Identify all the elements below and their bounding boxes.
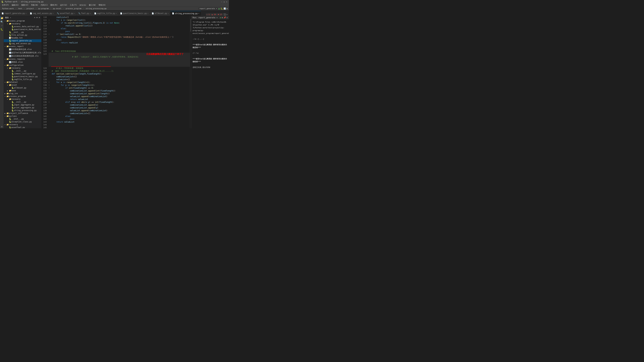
line-content[interactable]: return valueList: [51, 98, 190, 101]
tab-close-string-processing[interactable]: ✕: [198, 12, 199, 14]
sidebar-item-proc-init[interactable]: 🐍 __init__.py: [4, 100, 41, 103]
activity-settings-icon[interactable]: ⚙: [0, 125, 4, 128]
tab-close-tool[interactable]: ✕: [90, 12, 91, 14]
sidebar-item-feel-table[interactable]: 📊 使完feel信儿爽系统测评总表.xls: [4, 51, 41, 54]
tab-close-sagfile[interactable]: ✕: [116, 12, 117, 14]
sidebar-item-input-aggregate[interactable]: 🐍 input_aggregate.py: [4, 103, 41, 106]
sidebar-item-string-processing-file[interactable]: 🐍 string_processing.py: [4, 109, 41, 112]
toolbar-item-string-processing[interactable]: string_processing.py: [85, 7, 108, 10]
line-content[interactable]: raise RequestExit('请检查\'调查表.xlsx\'中资产的型号…: [51, 36, 190, 38]
line-content[interactable]: for i in range(len(list)):: [51, 19, 190, 21]
line-content[interactable]: # 返回：符合区间的坐标列表（列表嵌套的：[[0,1],[0,2]......]…: [51, 70, 190, 72]
line-content[interactable]: [51, 47, 190, 50]
sidebar-item-configuration[interactable]: ▾ 📁 configuration: [4, 64, 41, 67]
sidebar-item-readme[interactable]: 📝 Readme.txt: [4, 36, 41, 39]
menu-vcs[interactable]: VCS(S): [78, 4, 88, 6]
sidebar-item-sagfile-title[interactable]: 🐍 sagfile_title.py: [4, 78, 41, 81]
sidebar-item-recovery-2[interactable]: ▾ 📁 recovery: [4, 67, 41, 69]
line-content[interactable]: combinationList.append(int(fixedlength)): [51, 89, 190, 92]
menu-tools[interactable]: 工具(T): [68, 3, 78, 7]
sidebar-item-file-action[interactable]: 🐍 file_action.py: [4, 34, 41, 36]
sidebar-item-print-aggregate[interactable]: 🐍 print_aggregate.py: [4, 106, 41, 109]
line-content[interactable]: realList.append(list[i]): [51, 24, 190, 27]
toolbar-item-test[interactable]: test: [17, 7, 23, 10]
sidebar-item-xxx-table[interactable]: 📊 XXX系统测评总表.xlsx: [4, 48, 41, 51]
line-content[interactable]: realList=[]: [51, 16, 190, 19]
activity-files-icon[interactable]: 📁: [0, 16, 4, 20]
line-content[interactable]: # 例子：'subject'. 坐标[2,3]的值为'b',长度为字符串长. 区…: [51, 53, 190, 67]
window-controls[interactable]: — □ ✕: [221, 1, 228, 3]
sidebar-item-sag-and-assess[interactable]: 🐍 sag_and_assess.py: [4, 42, 41, 45]
line-content[interactable]: combinationList.append(y): [51, 106, 190, 109]
right-panel-close-button[interactable]: ✕: [226, 16, 228, 19]
line-content[interactable]: else:: [51, 27, 190, 30]
sidebar-item-questionaire-basic[interactable]: 🐍 questionaire_basic.py: [4, 75, 41, 78]
sidebar-item-process-program[interactable]: ▾ 📁 process_program: [4, 95, 41, 98]
toolbar-item-py-program[interactable]: py-program: [37, 7, 50, 10]
sidebar-item-pyclass[interactable]: ▾ 📁 pyclass: [4, 115, 41, 117]
editor-close-all-button[interactable]: ✕: [226, 13, 228, 16]
line-content[interactable]: for x in range(int(length)+1):: [51, 81, 190, 84]
line-content[interactable]: if int(fixedlength) == 0:: [51, 87, 190, 89]
minimize-button[interactable]: —: [221, 1, 223, 3]
tab-close-assettool[interactable]: ✕: [74, 12, 75, 14]
tab-close-report-generate[interactable]: ✕: [26, 12, 26, 14]
tab-sag-and-assess[interactable]: 📄 sag_and_assess.py ✕: [28, 11, 55, 16]
line-content[interactable]: if re.search(string,list[i],flags=re.I) …: [51, 21, 190, 24]
line-content[interactable]: valueList=[]: [51, 78, 190, 81]
sidebar-item-report-generate[interactable]: 🐍 report_generate.py: [4, 39, 41, 42]
toolbar-run-config[interactable]: report_generate ▾: [198, 7, 218, 10]
line-content[interactable]: else:: [51, 115, 190, 118]
sidebar-item-base[interactable]: ▶ 📁 base: [4, 89, 41, 92]
menu-view[interactable]: 视图(V): [20, 3, 30, 7]
activity-vcs-icon[interactable]: ⑂: [0, 24, 4, 27]
menu-window[interactable]: 窗口(W): [88, 3, 97, 7]
sidebar-item-assess-require[interactable]: ▾ 📁 assess_require: [4, 58, 41, 60]
sidebar-item-config-init[interactable]: 🐍 __init__.py: [4, 69, 41, 72]
menu-file[interactable]: 文件(F): [1, 3, 10, 7]
menu-code[interactable]: 代码(C): [40, 3, 49, 7]
sidebar-item-recovery-3[interactable]: ▾ 📁 recovery: [4, 98, 41, 100]
menu-edit[interactable]: 编辑(E): [10, 3, 20, 7]
editor-split-button[interactable]: ⬛: [224, 13, 226, 16]
sidebar-item-project-influence[interactable]: ▶ 📁 project_influence: [4, 112, 41, 115]
toolbar-item-py-excel[interactable]: py-excel: [52, 7, 62, 10]
tab-questionaire-basic[interactable]: 📄 questionaire_basic.py ✕: [118, 11, 150, 16]
tab-report-generate[interactable]: 📄 report_generate.py ✕: [0, 11, 28, 16]
sidebar-item-assettool-file[interactable]: 🐍 assetTool.py: [4, 126, 41, 128]
sidebar-item-questionaire-data[interactable]: 🐍 questionaire_data_extrac: [4, 28, 41, 31]
sidebar-item-asset[interactable]: ▾ 📁 asset: [4, 84, 41, 86]
line-content[interactable]: elif x<=y and abs(x-y) == int(fixedlengt…: [51, 101, 190, 103]
line-content[interactable]: return valueList: [51, 120, 190, 123]
menu-run[interactable]: 运行(U): [59, 3, 68, 7]
sidebar-item-assess-report[interactable]: ▾ 📁 assess_report: [4, 45, 41, 48]
tab-tool[interactable]: 🔧 Tool.py ✕: [77, 11, 92, 16]
tab-close-questionaire[interactable]: ✕: [148, 12, 148, 14]
sidebar-item-datacool[interactable]: ▾ 📁 dataCool: [4, 81, 41, 84]
right-panel-run-button[interactable]: ▶: [220, 16, 221, 19]
sidebar-item-survey[interactable]: 📊 调查表.xlsx: [4, 60, 41, 64]
sidebar-item-le-table[interactable]: 📊 使记乐刷拉排系统测评总表.xls: [4, 54, 41, 58]
sidebar-item-init-1[interactable]: 🐍 __init__.py: [4, 31, 41, 34]
sidebar-item-recovery-1[interactable]: ▾ 📁 recovery: [4, 22, 41, 25]
sidebar-item-allasset[interactable]: 🐍 allAsset.py: [4, 86, 41, 89]
menu-refactor[interactable]: 重构(R): [49, 3, 59, 7]
line-content[interactable]: pass: [51, 30, 190, 33]
line-content[interactable]: return realList: [51, 41, 190, 44]
debug-button[interactable]: 🐛: [220, 7, 223, 10]
sidebar-item-exception-class[interactable]: 🐍 exception_class.py: [4, 120, 41, 123]
line-content[interactable]: [51, 123, 190, 126]
line-content[interactable]: combinationList=[]: [51, 75, 190, 78]
menu-help[interactable]: 帮助(H): [97, 3, 107, 7]
sidebar-item-assess-data-extract[interactable]: 🐍 assess_data_extract.py: [4, 25, 41, 28]
right-panel-settings-button[interactable]: ⚙: [222, 16, 223, 19]
line-content[interactable]: for y in range(int(length)+1):: [51, 84, 190, 87]
tab-close-sag[interactable]: ✕: [53, 12, 54, 14]
line-content[interactable]: combinationList.append(int(length)): [51, 92, 190, 95]
coverage-button[interactable]: 📊: [224, 7, 226, 10]
line-content[interactable]: combinationList.append(x): [51, 103, 190, 106]
sidebar-item-pyclass-init[interactable]: 🐍 __init__.py: [4, 117, 41, 120]
menu-nav[interactable]: 导航(N): [30, 3, 40, 7]
run-button[interactable]: ▶: [218, 7, 220, 10]
tab-sagfile-title[interactable]: 📄 sagfile_title.py ✕: [92, 11, 118, 16]
